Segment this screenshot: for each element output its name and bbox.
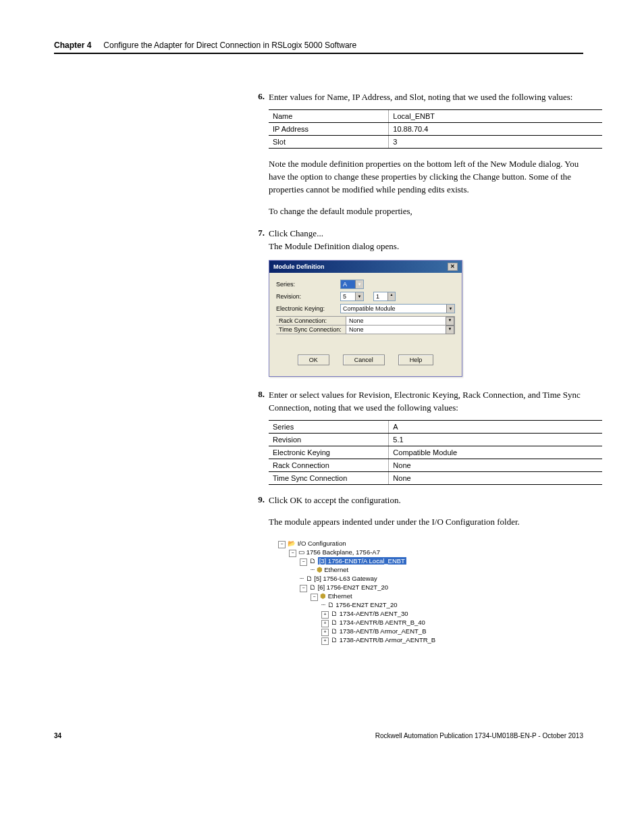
minus-icon[interactable]: − bbox=[289, 550, 296, 557]
rack-label: Rack Connection: bbox=[276, 316, 346, 325]
rack-value: None bbox=[349, 317, 364, 324]
table-row: Rack ConnectionNone bbox=[269, 459, 602, 471]
cell-value: Local_ENBT bbox=[389, 109, 602, 122]
content-area: 6. Enter values for Name, IP Address, an… bbox=[250, 91, 583, 646]
table-row: Time Sync ConnectionNone bbox=[269, 471, 602, 484]
revision-major-select[interactable]: 5 bbox=[340, 292, 364, 301]
step-text: Enter or select values for Revision, Ele… bbox=[269, 389, 583, 415]
io-config-tree[interactable]: −📂 I/O Configuration −▭ 1756 Backplane, … bbox=[269, 538, 460, 646]
tree-node-selected[interactable]: −🗋 [3] 1756-ENBT/A Local_ENBT bbox=[270, 557, 459, 566]
keying-select[interactable]: Compatible Module bbox=[340, 304, 455, 313]
values-table-2: SeriesA Revision5.1 Electronic KeyingCom… bbox=[269, 420, 602, 485]
step-8: 8. Enter or select values for Revision, … bbox=[250, 389, 583, 415]
cell-value: Compatible Module bbox=[389, 446, 602, 459]
cell-value: 10.88.70.4 bbox=[389, 122, 602, 135]
minus-icon[interactable]: − bbox=[311, 594, 318, 601]
plus-icon[interactable]: + bbox=[321, 620, 329, 627]
minus-icon[interactable]: − bbox=[300, 585, 307, 592]
table-row: SeriesA bbox=[269, 420, 602, 433]
revision-minor-spinner[interactable]: 1 bbox=[373, 292, 396, 301]
revision-label: Revision: bbox=[276, 293, 340, 300]
plus-icon[interactable]: + bbox=[321, 629, 329, 636]
cell-value: A bbox=[389, 420, 602, 433]
minus-icon[interactable]: − bbox=[278, 541, 286, 548]
cell-key: Time Sync Connection bbox=[269, 471, 389, 484]
minus-icon[interactable]: − bbox=[300, 558, 307, 566]
tree-node[interactable]: +🗋 1734-AENTR/B AENTR_B_40 bbox=[270, 619, 459, 627]
dialog-titlebar[interactable]: Module Definition ✕ bbox=[269, 261, 462, 273]
values-table-1: Name Local_ENBT IP Address 10.88.70.4 Sl… bbox=[269, 109, 602, 149]
table-row: Revision5.1 bbox=[269, 433, 602, 446]
time-select[interactable]: None▼ bbox=[346, 325, 455, 334]
step-text: Enter values for Name, IP Address, and S… bbox=[269, 91, 583, 104]
tree-node[interactable]: +🗋 1738-AENT/B Armor_AENT_B bbox=[270, 627, 459, 636]
step-7: 7. Click Change... The Module Definition… bbox=[250, 228, 583, 253]
step-number: 9. bbox=[250, 494, 265, 507]
step-main: Click Change... bbox=[269, 228, 323, 238]
step-number: 7. bbox=[250, 228, 265, 253]
cell-key: Revision bbox=[269, 433, 389, 446]
table-row: Electronic KeyingCompatible Module bbox=[269, 446, 602, 459]
cell-value: 3 bbox=[389, 135, 602, 148]
tree-node[interactable]: −⬢ Ethernet bbox=[270, 592, 459, 601]
keying-label: Electronic Keying: bbox=[276, 305, 340, 312]
chevron-down-icon[interactable]: ▼ bbox=[446, 325, 454, 334]
table-row: Rack Connection: None▼ bbox=[276, 316, 455, 325]
cell-key: Series bbox=[269, 420, 389, 433]
table-row: Time Sync Connection: None▼ bbox=[276, 325, 455, 334]
step-6: 6. Enter values for Name, IP Address, an… bbox=[250, 91, 583, 104]
tree-node[interactable]: ┈ 🗋 1756-EN2T EN2T_20 bbox=[270, 601, 459, 610]
step-text: Click Change... The Module Definition di… bbox=[269, 228, 583, 253]
cell-key: Name bbox=[269, 109, 389, 122]
step-9: 9. Click OK to accept the configuration. bbox=[250, 494, 583, 507]
table-row: IP Address 10.88.70.4 bbox=[269, 122, 602, 135]
paragraph: The module appears indented under under … bbox=[269, 516, 583, 529]
keying-row: Electronic Keying: Compatible Module bbox=[276, 304, 455, 313]
dialog-body: Series: A Revision: 5 1 Electronic Keyin… bbox=[269, 273, 462, 376]
dialog-conn-table: Rack Connection: None▼ Time Sync Connect… bbox=[276, 316, 455, 334]
chapter-label: Chapter 4 bbox=[54, 41, 91, 50]
folder-icon: 📂 bbox=[288, 540, 296, 547]
step-text: Click OK to accept the configuration. bbox=[269, 494, 583, 507]
series-select[interactable]: A bbox=[340, 280, 364, 289]
page-header: Chapter 4 Configure the Adapter for Dire… bbox=[54, 41, 583, 54]
page-number: 34 bbox=[54, 732, 61, 739]
series-label: Series: bbox=[276, 281, 340, 288]
step-number: 6. bbox=[250, 91, 265, 104]
ethernet-icon: ⬢ bbox=[320, 592, 326, 600]
ethernet-icon: ⬢ bbox=[317, 566, 323, 573]
cell-value: 5.1 bbox=[389, 433, 602, 446]
close-icon[interactable]: ✕ bbox=[448, 263, 458, 271]
tree-node[interactable]: +🗋 1738-AENTR/B Armor_AENTR_B bbox=[270, 636, 459, 645]
cell-key: Slot bbox=[269, 135, 389, 148]
paragraph: Note the module definition properties on… bbox=[269, 158, 583, 197]
chapter-title: Configure the Adapter for Direct Connect… bbox=[103, 41, 356, 50]
dialog-title-text: Module Definition bbox=[273, 263, 325, 270]
cell-key: Rack Connection bbox=[269, 459, 389, 471]
tree-node[interactable]: −🗋 [6] 1756-EN2T EN2T_20 bbox=[270, 583, 459, 592]
rack-select[interactable]: None▼ bbox=[346, 316, 455, 325]
tree-node[interactable]: +🗋 1734-AENT/B AENT_30 bbox=[270, 610, 459, 619]
chevron-down-icon[interactable]: ▼ bbox=[446, 317, 454, 325]
series-row: Series: A bbox=[276, 280, 455, 289]
cancel-button[interactable]: Cancel bbox=[343, 355, 385, 365]
plus-icon[interactable]: + bbox=[321, 611, 329, 619]
cell-value: None bbox=[389, 459, 602, 471]
time-label: Time Sync Connection: bbox=[276, 325, 346, 334]
page-footer: 34 Rockwell Automation Publication 1734-… bbox=[54, 732, 583, 739]
ok-button[interactable]: OK bbox=[298, 355, 329, 365]
dialog-buttons: OK Cancel Help bbox=[276, 334, 455, 372]
step-sub: The Module Definition dialog opens. bbox=[269, 241, 399, 251]
cell-value: None bbox=[389, 471, 602, 484]
tree-node[interactable]: ┈ ⬢ Ethernet bbox=[270, 566, 459, 575]
help-button[interactable]: Help bbox=[398, 355, 434, 365]
table-row: Slot 3 bbox=[269, 135, 602, 148]
tree-node-root[interactable]: −📂 I/O Configuration bbox=[270, 540, 459, 548]
tree-node[interactable]: −▭ 1756 Backplane, 1756-A7 bbox=[270, 548, 459, 557]
table-row: Name Local_ENBT bbox=[269, 109, 602, 122]
cell-key: IP Address bbox=[269, 122, 389, 135]
plus-icon[interactable]: + bbox=[321, 637, 329, 645]
module-definition-dialog: Module Definition ✕ Series: A Revision: … bbox=[269, 260, 462, 377]
tree-node[interactable]: ┈ 🗋 [5] 1756-L63 Gateway bbox=[270, 575, 459, 583]
revision-row: Revision: 5 1 bbox=[276, 292, 455, 301]
